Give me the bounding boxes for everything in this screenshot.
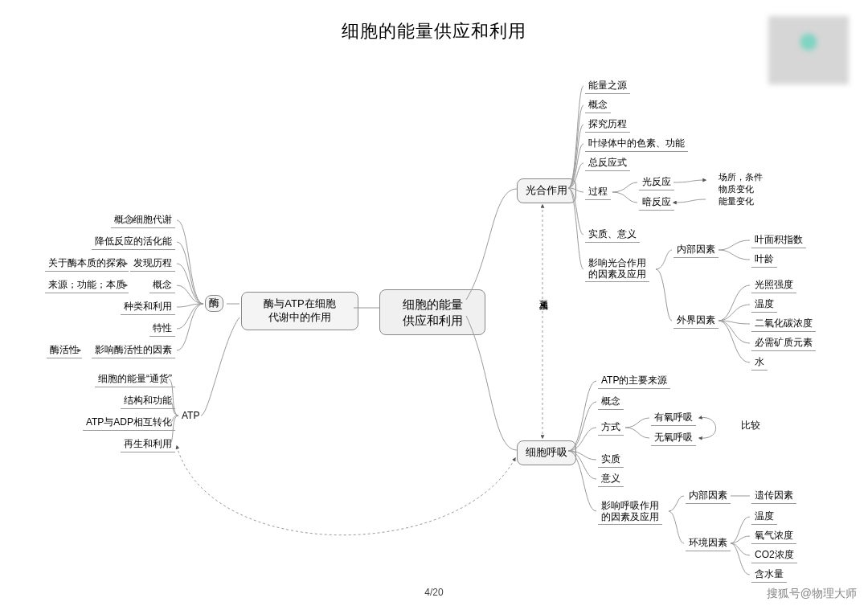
ps-factors: 影响光合作用的因素及应用 [585, 257, 649, 282]
rs-meaning: 意义 [598, 472, 624, 487]
corner-thumbnail [768, 16, 849, 84]
ps-process: 过程 [585, 185, 611, 200]
ps-source: 能量之源 [585, 79, 630, 94]
atp-label: ATP [180, 410, 201, 423]
enzyme-concept2-sub: 来源；功能；本质 [45, 278, 129, 293]
center-node: 细胞的能量供应和利用 [379, 289, 485, 335]
ps-water: 水 [751, 355, 768, 371]
respiration-node: 细胞呼吸 [517, 440, 576, 465]
rs-anaerobic: 无氧呼吸 [651, 431, 696, 446]
ps-light-intensity: 光照强度 [751, 278, 796, 293]
rs-internal: 内部因素 [686, 489, 731, 504]
rs-temperature: 温度 [751, 510, 777, 525]
rs-water: 含水量 [751, 567, 787, 583]
ps-internal: 内部因素 [674, 243, 719, 258]
atp-structure: 结构和功能 [121, 394, 175, 409]
ps-essence: 实质、意义 [585, 227, 640, 243]
rs-compare: 比较 [739, 420, 762, 432]
photosynthesis-node: 光合作用 [517, 178, 576, 203]
ps-pigment: 叶绿体中的色素、功能 [585, 137, 688, 152]
ps-minerals: 必需矿质元素 [751, 336, 816, 351]
ps-note3: 能量变化 [717, 195, 755, 207]
ps-leaf-area: 叶面积指数 [751, 233, 806, 248]
ps-history: 探究历程 [585, 117, 630, 133]
enzyme-lower-activation: 降低反应的活化能 [92, 235, 175, 250]
ps-equation: 总反应式 [585, 156, 630, 171]
enzyme-label: 酶 [205, 295, 223, 312]
enzyme-types: 种类和利用 [121, 300, 175, 315]
rs-aerobic: 有氧呼吸 [651, 411, 696, 426]
ps-dark-rxn: 暗反应 [639, 195, 674, 211]
rs-atp-source: ATP的主要来源 [598, 374, 670, 389]
rs-co2: CO2浓度 [751, 548, 797, 563]
rs-essence: 实质 [598, 452, 624, 468]
page-title: 细胞的能量供应和利用 [0, 0, 868, 43]
ps-temperature: 温度 [751, 297, 777, 313]
enzyme-history-sub: 关于酶本质的探索 [45, 256, 129, 272]
rs-concept: 概念 [598, 395, 624, 410]
rs-external: 环境因素 [686, 536, 731, 551]
watermark: 搜狐号@物理大师 [767, 587, 857, 601]
enzyme-concept2: 概念 [149, 278, 175, 293]
enzyme-factors-sub: 酶活性 [47, 343, 82, 358]
enzyme-history: 发现历程 [130, 256, 175, 272]
rs-factors: 影响呼吸作用的因素及应用 [598, 500, 662, 525]
atp-regen: 再生和利用 [121, 437, 175, 452]
ps-note2: 物质变化 [717, 183, 755, 194]
atp-conversion: ATP与ADP相互转化 [83, 416, 175, 431]
ps-external: 外界因素 [674, 313, 719, 329]
ps-leaf-age: 叶龄 [751, 252, 777, 268]
page-number: 4/20 [424, 587, 443, 598]
ps-co2: 二氧化碳浓度 [751, 317, 816, 332]
ps-concept: 概念 [585, 98, 611, 113]
rs-o2: 氧气浓度 [751, 529, 796, 544]
enzyme-concept-sub: 细胞代谢 [130, 213, 175, 228]
rs-mode: 方式 [598, 420, 624, 436]
ps-note1: 场所，条件 [717, 171, 764, 182]
enzyme-properties: 特性 [149, 321, 175, 337]
atp-currency: 细胞的能量“通货” [95, 372, 175, 387]
left-main-node: 酶与ATP在细胞代谢中的作用 [241, 292, 358, 330]
rs-genetic: 遗传因素 [751, 489, 796, 504]
enzyme-factors: 影响酶活性的因素 [92, 343, 175, 358]
ps-light-rxn: 光反应 [639, 175, 674, 190]
